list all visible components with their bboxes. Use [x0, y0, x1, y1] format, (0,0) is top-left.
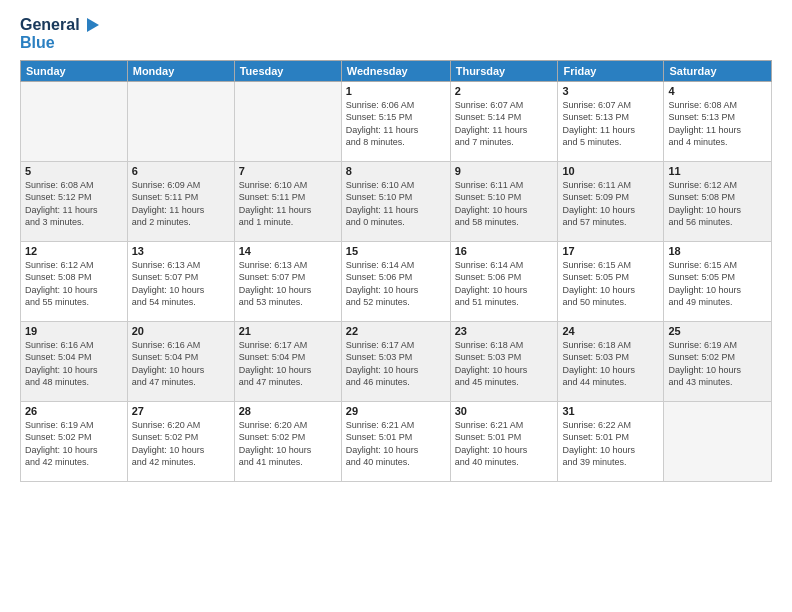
page: General Blue SundayMondayTuesdayWednesda… — [0, 0, 792, 612]
svg-marker-0 — [87, 18, 99, 32]
calendar-cell: 23Sunrise: 6:18 AM Sunset: 5:03 PM Dayli… — [450, 321, 558, 401]
calendar-cell: 5Sunrise: 6:08 AM Sunset: 5:12 PM Daylig… — [21, 161, 128, 241]
day-number: 29 — [346, 405, 446, 417]
calendar-week-row: 5Sunrise: 6:08 AM Sunset: 5:12 PM Daylig… — [21, 161, 772, 241]
day-info: Sunrise: 6:17 AM Sunset: 5:03 PM Dayligh… — [346, 339, 446, 389]
calendar-cell: 2Sunrise: 6:07 AM Sunset: 5:14 PM Daylig… — [450, 81, 558, 161]
calendar-cell: 29Sunrise: 6:21 AM Sunset: 5:01 PM Dayli… — [341, 401, 450, 481]
day-number: 3 — [562, 85, 659, 97]
day-number: 6 — [132, 165, 230, 177]
logo: General Blue — [20, 16, 101, 52]
day-number: 14 — [239, 245, 337, 257]
day-info: Sunrise: 6:16 AM Sunset: 5:04 PM Dayligh… — [25, 339, 123, 389]
calendar-cell: 27Sunrise: 6:20 AM Sunset: 5:02 PM Dayli… — [127, 401, 234, 481]
day-info: Sunrise: 6:14 AM Sunset: 5:06 PM Dayligh… — [455, 259, 554, 309]
calendar-cell: 10Sunrise: 6:11 AM Sunset: 5:09 PM Dayli… — [558, 161, 664, 241]
day-number: 4 — [668, 85, 767, 97]
day-info: Sunrise: 6:15 AM Sunset: 5:05 PM Dayligh… — [562, 259, 659, 309]
day-number: 21 — [239, 325, 337, 337]
calendar-cell: 21Sunrise: 6:17 AM Sunset: 5:04 PM Dayli… — [234, 321, 341, 401]
day-number: 18 — [668, 245, 767, 257]
logo-arrow-icon — [83, 16, 101, 34]
logo-general: General — [20, 16, 80, 34]
calendar-cell: 13Sunrise: 6:13 AM Sunset: 5:07 PM Dayli… — [127, 241, 234, 321]
calendar-cell: 24Sunrise: 6:18 AM Sunset: 5:03 PM Dayli… — [558, 321, 664, 401]
day-number: 30 — [455, 405, 554, 417]
calendar-week-row: 19Sunrise: 6:16 AM Sunset: 5:04 PM Dayli… — [21, 321, 772, 401]
day-info: Sunrise: 6:13 AM Sunset: 5:07 PM Dayligh… — [239, 259, 337, 309]
calendar-cell — [127, 81, 234, 161]
day-info: Sunrise: 6:15 AM Sunset: 5:05 PM Dayligh… — [668, 259, 767, 309]
calendar-cell: 6Sunrise: 6:09 AM Sunset: 5:11 PM Daylig… — [127, 161, 234, 241]
day-number: 28 — [239, 405, 337, 417]
weekday-header: Monday — [127, 60, 234, 81]
day-number: 11 — [668, 165, 767, 177]
day-number: 7 — [239, 165, 337, 177]
calendar-table: SundayMondayTuesdayWednesdayThursdayFrid… — [20, 60, 772, 482]
day-info: Sunrise: 6:21 AM Sunset: 5:01 PM Dayligh… — [455, 419, 554, 469]
calendar-cell: 19Sunrise: 6:16 AM Sunset: 5:04 PM Dayli… — [21, 321, 128, 401]
day-number: 15 — [346, 245, 446, 257]
calendar-cell: 22Sunrise: 6:17 AM Sunset: 5:03 PM Dayli… — [341, 321, 450, 401]
day-number: 13 — [132, 245, 230, 257]
day-number: 16 — [455, 245, 554, 257]
calendar-week-row: 26Sunrise: 6:19 AM Sunset: 5:02 PM Dayli… — [21, 401, 772, 481]
day-number: 5 — [25, 165, 123, 177]
calendar-cell — [664, 401, 772, 481]
day-number: 23 — [455, 325, 554, 337]
day-number: 24 — [562, 325, 659, 337]
calendar-cell: 7Sunrise: 6:10 AM Sunset: 5:11 PM Daylig… — [234, 161, 341, 241]
weekday-header: Thursday — [450, 60, 558, 81]
day-number: 10 — [562, 165, 659, 177]
day-number: 22 — [346, 325, 446, 337]
day-number: 19 — [25, 325, 123, 337]
day-number: 8 — [346, 165, 446, 177]
day-info: Sunrise: 6:07 AM Sunset: 5:14 PM Dayligh… — [455, 99, 554, 149]
calendar-week-row: 12Sunrise: 6:12 AM Sunset: 5:08 PM Dayli… — [21, 241, 772, 321]
weekday-header: Wednesday — [341, 60, 450, 81]
day-number: 12 — [25, 245, 123, 257]
weekday-header: Sunday — [21, 60, 128, 81]
calendar-week-row: 1Sunrise: 6:06 AM Sunset: 5:15 PM Daylig… — [21, 81, 772, 161]
header: General Blue — [20, 16, 772, 52]
day-number: 1 — [346, 85, 446, 97]
weekday-header: Tuesday — [234, 60, 341, 81]
day-info: Sunrise: 6:08 AM Sunset: 5:12 PM Dayligh… — [25, 179, 123, 229]
day-info: Sunrise: 6:09 AM Sunset: 5:11 PM Dayligh… — [132, 179, 230, 229]
calendar-cell: 31Sunrise: 6:22 AM Sunset: 5:01 PM Dayli… — [558, 401, 664, 481]
calendar-cell: 30Sunrise: 6:21 AM Sunset: 5:01 PM Dayli… — [450, 401, 558, 481]
calendar-cell: 14Sunrise: 6:13 AM Sunset: 5:07 PM Dayli… — [234, 241, 341, 321]
day-info: Sunrise: 6:16 AM Sunset: 5:04 PM Dayligh… — [132, 339, 230, 389]
day-number: 27 — [132, 405, 230, 417]
day-info: Sunrise: 6:22 AM Sunset: 5:01 PM Dayligh… — [562, 419, 659, 469]
day-info: Sunrise: 6:19 AM Sunset: 5:02 PM Dayligh… — [25, 419, 123, 469]
day-info: Sunrise: 6:06 AM Sunset: 5:15 PM Dayligh… — [346, 99, 446, 149]
day-info: Sunrise: 6:07 AM Sunset: 5:13 PM Dayligh… — [562, 99, 659, 149]
calendar-cell: 26Sunrise: 6:19 AM Sunset: 5:02 PM Dayli… — [21, 401, 128, 481]
day-info: Sunrise: 6:10 AM Sunset: 5:10 PM Dayligh… — [346, 179, 446, 229]
day-info: Sunrise: 6:20 AM Sunset: 5:02 PM Dayligh… — [132, 419, 230, 469]
calendar-cell: 4Sunrise: 6:08 AM Sunset: 5:13 PM Daylig… — [664, 81, 772, 161]
day-number: 25 — [668, 325, 767, 337]
calendar-cell: 20Sunrise: 6:16 AM Sunset: 5:04 PM Dayli… — [127, 321, 234, 401]
header-row: SundayMondayTuesdayWednesdayThursdayFrid… — [21, 60, 772, 81]
calendar-cell: 3Sunrise: 6:07 AM Sunset: 5:13 PM Daylig… — [558, 81, 664, 161]
day-info: Sunrise: 6:12 AM Sunset: 5:08 PM Dayligh… — [668, 179, 767, 229]
logo-text: General Blue — [20, 16, 101, 52]
day-info: Sunrise: 6:08 AM Sunset: 5:13 PM Dayligh… — [668, 99, 767, 149]
day-number: 17 — [562, 245, 659, 257]
day-info: Sunrise: 6:14 AM Sunset: 5:06 PM Dayligh… — [346, 259, 446, 309]
calendar-cell: 28Sunrise: 6:20 AM Sunset: 5:02 PM Dayli… — [234, 401, 341, 481]
day-info: Sunrise: 6:18 AM Sunset: 5:03 PM Dayligh… — [455, 339, 554, 389]
calendar-cell: 1Sunrise: 6:06 AM Sunset: 5:15 PM Daylig… — [341, 81, 450, 161]
calendar-cell: 11Sunrise: 6:12 AM Sunset: 5:08 PM Dayli… — [664, 161, 772, 241]
calendar-cell: 8Sunrise: 6:10 AM Sunset: 5:10 PM Daylig… — [341, 161, 450, 241]
day-number: 20 — [132, 325, 230, 337]
day-info: Sunrise: 6:12 AM Sunset: 5:08 PM Dayligh… — [25, 259, 123, 309]
calendar-cell — [21, 81, 128, 161]
day-info: Sunrise: 6:11 AM Sunset: 5:10 PM Dayligh… — [455, 179, 554, 229]
day-info: Sunrise: 6:17 AM Sunset: 5:04 PM Dayligh… — [239, 339, 337, 389]
day-info: Sunrise: 6:13 AM Sunset: 5:07 PM Dayligh… — [132, 259, 230, 309]
day-number: 9 — [455, 165, 554, 177]
day-number: 26 — [25, 405, 123, 417]
